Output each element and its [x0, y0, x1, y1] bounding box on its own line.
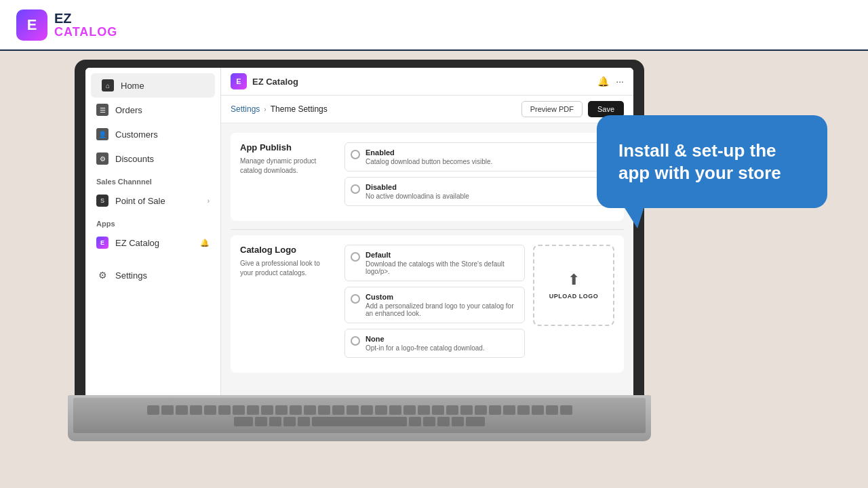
key — [361, 405, 373, 415]
sidebar-customers-label: Customers — [115, 129, 158, 140]
key — [261, 405, 273, 415]
logo-radio-list: Default Download the catalogs with the S… — [344, 245, 525, 363]
none-option[interactable]: None Opt-in for a logo-free catalog down… — [344, 329, 525, 358]
keyboard-row-1 — [76, 405, 643, 415]
logo-area: E EZ CATALOG — [16, 9, 117, 41]
enabled-text: Enabled Catalog download button becomes … — [366, 148, 492, 165]
shopify-sidebar: ⌂ Home ☰ Orders 👤 Customers ⚙ Discounts … — [85, 68, 221, 399]
none-radio[interactable] — [351, 336, 360, 346]
key — [489, 405, 501, 415]
key — [204, 405, 216, 415]
key — [304, 405, 316, 415]
default-label: Default — [366, 251, 519, 259]
key — [389, 405, 401, 415]
breadcrumb-current: Theme Settings — [271, 104, 328, 114]
key — [233, 405, 245, 415]
key — [332, 405, 344, 415]
breadcrumb-chevron-icon: › — [264, 106, 266, 113]
key — [275, 405, 288, 415]
key — [269, 417, 281, 426]
key — [255, 417, 267, 426]
disabled-radio[interactable] — [351, 184, 360, 194]
sidebar-pos-label: Point of Sale — [115, 196, 165, 206]
custom-option[interactable]: Custom Add a personalized brand logo to … — [344, 287, 525, 323]
key — [546, 405, 558, 415]
sales-channel-section: Sales Channnel — [85, 171, 220, 188]
catalog-logo-section: Catalog Logo Give a professional look to… — [231, 235, 624, 373]
sidebar-item-customers[interactable]: 👤 Customers — [85, 122, 220, 146]
disabled-sub: No active downloadina is available — [366, 192, 469, 200]
key — [560, 405, 572, 415]
content-area: App Publish Manage dynamic product catal… — [221, 123, 633, 399]
settings-icon: ⚙ — [96, 269, 108, 281]
none-sub: Opt-in for a logo-free catalog download. — [366, 344, 485, 352]
enabled-radio[interactable] — [351, 150, 360, 159]
catalog-logo-left: Catalog Logo Give a professional look to… — [240, 245, 335, 363]
preview-pdf-button[interactable]: Preview PDF — [521, 101, 583, 117]
key — [466, 417, 485, 426]
app-logo-small: E — [231, 73, 247, 89]
speech-text: Install & set-up the app with your store — [618, 140, 806, 184]
custom-sub: Add a personalized brand logo to your ca… — [366, 302, 519, 317]
key — [460, 405, 473, 415]
more-header-icon[interactable]: ··· — [616, 76, 624, 87]
sidebar-item-home[interactable]: ⌂ Home — [91, 73, 215, 98]
sidebar-discounts-label: Discounts — [115, 154, 154, 164]
custom-label: Custom — [366, 293, 519, 301]
default-text: Default Download the catalogs with the S… — [366, 251, 519, 275]
app-publish-left: App Publish Manage dynamic product catal… — [240, 142, 335, 211]
app-publish-title: App Publish — [240, 142, 335, 152]
enabled-label: Enabled — [366, 148, 492, 157]
key — [298, 417, 310, 426]
key — [161, 405, 174, 415]
key — [347, 405, 359, 415]
keyboard-row-2 — [76, 417, 643, 426]
bell-header-icon[interactable]: 🔔 — [597, 76, 609, 87]
app-publish-section: App Publish Manage dynamic product catal… — [231, 133, 624, 221]
sidebar-item-pos[interactable]: S Point of Sale › — [85, 188, 220, 213]
none-label: None — [366, 335, 485, 343]
key — [176, 405, 188, 415]
app-header-title: EZ Catalog — [252, 77, 592, 87]
ezcatalog-icon: E — [96, 237, 108, 249]
default-sub: Download the catalogs with the Store's d… — [366, 260, 519, 275]
laptop-keyboard — [68, 395, 651, 441]
custom-radio[interactable] — [351, 294, 360, 304]
upload-label: UPLOAD LOGO — [549, 293, 599, 300]
key — [318, 405, 330, 415]
none-text: None Opt-in for a logo-free catalog down… — [366, 335, 485, 352]
sidebar-item-discounts[interactable]: ⚙ Discounts — [85, 146, 220, 171]
key — [247, 405, 259, 415]
disabled-option[interactable]: Disabled No active downloadina is availa… — [344, 177, 614, 206]
key — [283, 417, 296, 426]
disabled-label: Disabled — [366, 183, 469, 191]
notification-bell-icon: 🔔 — [200, 239, 210, 247]
enabled-option[interactable]: Enabled Catalog download button becomes … — [344, 142, 614, 171]
breadcrumb-settings[interactable]: Settings — [231, 104, 260, 114]
disabled-text: Disabled No active downloadina is availa… — [366, 183, 469, 200]
shopify-main: E EZ Catalog 🔔 ··· Settings › Theme Sett… — [221, 68, 633, 399]
key — [403, 405, 416, 415]
key — [375, 405, 387, 415]
sales-channel-chevron: › — [208, 197, 210, 205]
key — [437, 417, 450, 426]
key — [446, 405, 458, 415]
logo-upload-box[interactable]: ⬆ UPLOAD LOGO — [533, 245, 614, 326]
sidebar-item-settings[interactable]: ⚙ Settings — [85, 263, 220, 287]
sidebar-item-ezcatalog[interactable]: E EZ Catalog 🔔 — [85, 230, 220, 255]
logo-options-wrapper: Default Download the catalogs with the S… — [344, 245, 614, 363]
sidebar-orders-label: Orders — [115, 105, 142, 115]
home-icon: ⌂ — [102, 79, 114, 92]
default-option[interactable]: Default Download the catalogs with the S… — [344, 245, 525, 281]
sidebar-item-orders[interactable]: ☰ Orders — [85, 98, 220, 122]
key — [147, 405, 159, 415]
laptop-wrapper: ⌂ Home ☰ Orders 👤 Customers ⚙ Discounts … — [75, 60, 644, 439]
key — [290, 405, 302, 415]
key — [409, 417, 421, 426]
customers-icon: 👤 — [96, 128, 108, 140]
space-key — [312, 417, 407, 426]
default-radio[interactable] — [351, 252, 360, 262]
sidebar-ezcatalog-label: EZ Catalog — [115, 238, 159, 248]
logo-ez: EZ — [54, 11, 117, 26]
logo-icon: E — [16, 9, 47, 41]
